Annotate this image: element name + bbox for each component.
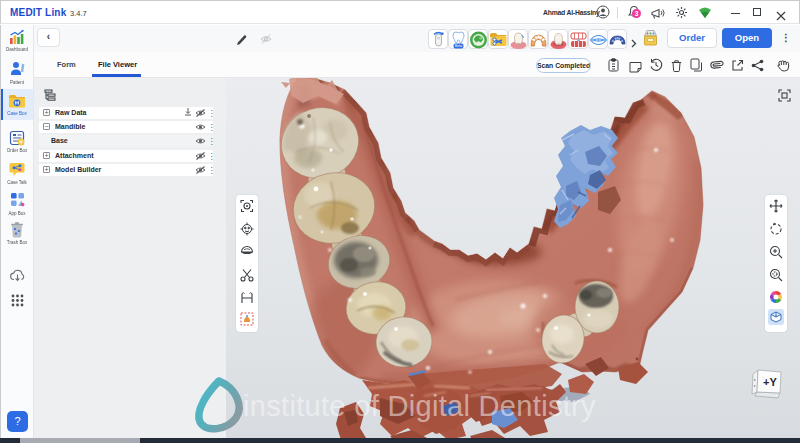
svg-text:+Y: +Y [763,376,777,388]
svg-text:Beta: Beta [455,44,462,48]
